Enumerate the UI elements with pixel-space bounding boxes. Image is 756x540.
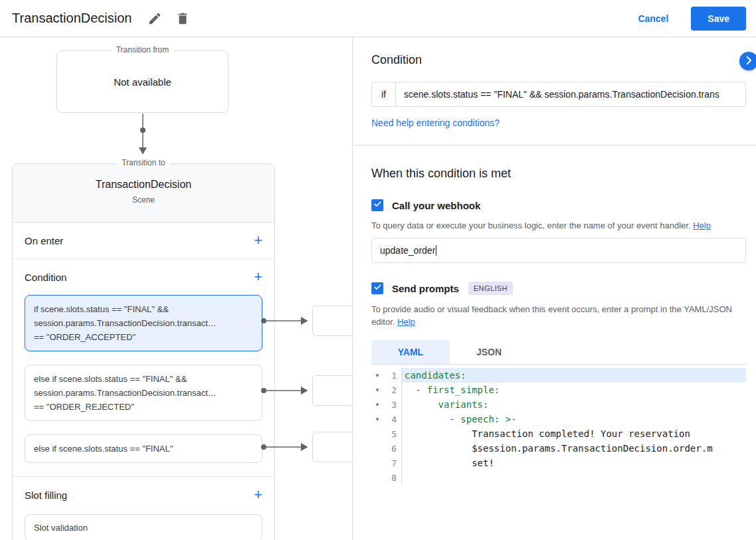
slot-validation-card[interactable]: Slot validation xyxy=(25,514,262,540)
webhook-help-link[interactable]: Help xyxy=(693,221,711,230)
line-number: 7 xyxy=(383,458,401,468)
add-slot-button[interactable]: + xyxy=(254,488,262,502)
code-line: Transaction completed! Your reservation xyxy=(402,426,746,441)
code-line: - speech: >- xyxy=(402,412,746,426)
editor-tabs: YAML JSON xyxy=(371,340,746,365)
collapse-line-icon[interactable]: ▾ xyxy=(371,401,383,408)
check-icon xyxy=(373,283,382,294)
when-condition-met-title: When this condition is met xyxy=(371,167,745,181)
code-line: candidates: xyxy=(402,368,746,383)
line-number: 3 xyxy=(383,400,401,410)
scene-name: TransactionDecision xyxy=(13,179,274,191)
condition-row: Condition + xyxy=(13,259,274,295)
condition-card[interactable]: else if scene.slots.status == "FINAL" xyxy=(25,434,262,463)
condition-expression-field[interactable]: if scene.slots.status == "FINAL" && sess… xyxy=(371,82,746,107)
collapse-panel-button[interactable] xyxy=(739,52,756,70)
line-number: 2 xyxy=(383,385,401,395)
on-enter-label: On enter xyxy=(25,235,63,246)
editor-gutter: ▾1 ▾2 ▾3 ▾4 5 6 7 8 xyxy=(371,368,402,485)
webhook-check-row: Call your webhook xyxy=(371,199,745,211)
scene-type: Scene xyxy=(13,195,274,205)
webhook-handler-input[interactable]: update_order xyxy=(371,238,746,263)
prompts-help-link[interactable]: Help xyxy=(397,317,415,327)
condition-editor-panel: Condition if scene.slots.status == "FINA… xyxy=(352,37,756,540)
collapse-line-icon[interactable]: ▾ xyxy=(371,372,383,379)
line-number: 8 xyxy=(383,473,401,483)
transition-target-node[interactable] xyxy=(312,375,352,406)
condition-text: session.params.TransactionDecision.trans… xyxy=(34,316,253,330)
transition-to-label: Transition to xyxy=(117,158,170,167)
transition-to-node: Transition to TransactionDecision Scene … xyxy=(12,163,275,540)
condition-text: if scene.slots.status == "FINAL" && xyxy=(34,302,253,316)
edit-scene-button[interactable] xyxy=(145,9,165,29)
page-title: TransactionDecision xyxy=(12,11,132,26)
condition-card[interactable]: if scene.slots.status == "FINAL" && sess… xyxy=(25,295,262,351)
prompts-description-text: To provide audio or visual feedback when… xyxy=(371,304,732,327)
condition-text: == "ORDER_REJECTED" xyxy=(34,400,253,414)
webhook-description: To query data or execute your business l… xyxy=(371,219,745,232)
line-number: 1 xyxy=(383,371,401,381)
collapse-line-icon[interactable]: ▾ xyxy=(371,387,383,393)
condition-expression-value[interactable]: scene.slots.status == "FINAL" && session… xyxy=(396,82,745,106)
editor-code-area[interactable]: candidates: - first_simple: variants: - … xyxy=(402,368,746,485)
webhook-label: Call your webhook xyxy=(392,200,480,211)
transition-from-content: Not available xyxy=(114,76,171,88)
send-prompts-label: Send prompts xyxy=(392,283,459,294)
if-prefix: if xyxy=(372,82,396,106)
line-number: 6 xyxy=(383,444,401,454)
scene-diagram: Transition from Not available Transition… xyxy=(0,37,352,540)
slot-filling-row: Slot filling + xyxy=(13,477,274,513)
condition-text: session.params.TransactionDecision.trans… xyxy=(34,386,253,400)
check-icon xyxy=(373,200,382,211)
code-line: set! xyxy=(402,456,746,470)
collapse-line-icon[interactable]: ▾ xyxy=(371,416,383,422)
line-number: 5 xyxy=(383,429,401,439)
condition-section-label: Condition xyxy=(25,272,66,283)
webhook-handler-value: update_order xyxy=(380,245,435,256)
code-line xyxy=(402,470,746,485)
transition-from-label: Transition from xyxy=(112,45,174,54)
conditions-help-link[interactable]: Need help entering conditions? xyxy=(371,118,500,128)
transition-target-node[interactable] xyxy=(312,306,352,336)
add-on-enter-button[interactable]: + xyxy=(254,233,262,248)
pencil-icon xyxy=(147,11,162,26)
language-badge: ENGLISH xyxy=(468,282,513,295)
webhook-description-text: To query data or execute your business l… xyxy=(371,221,691,230)
prompts-check-row: Send prompts ENGLISH xyxy=(371,282,745,295)
send-prompts-checkbox[interactable] xyxy=(371,282,383,294)
tab-yaml[interactable]: YAML xyxy=(371,340,450,364)
save-button[interactable]: Save xyxy=(691,7,746,31)
panel-divider xyxy=(353,145,756,145)
line-number: 4 xyxy=(383,414,401,424)
transition-target-node[interactable] xyxy=(312,432,352,462)
condition-text: == "ORDER_ACCEPTED" xyxy=(34,330,253,344)
cancel-button[interactable]: Cancel xyxy=(638,13,668,24)
text-caret xyxy=(436,245,436,256)
transition-from-node: Transition from Not available xyxy=(56,50,229,113)
code-line: variants: xyxy=(402,397,746,412)
panel-title: Condition xyxy=(371,53,745,67)
trash-icon xyxy=(175,11,190,26)
code-line: - first_simple: xyxy=(402,383,746,397)
app-header: TransactionDecision Cancel Save xyxy=(0,0,756,37)
prompts-description: To provide audio or visual feedback when… xyxy=(371,303,745,328)
code-line: $session.params.TransactionDecision.orde… xyxy=(402,441,746,456)
condition-text: else if scene.slots.status == "FINAL" && xyxy=(34,372,253,386)
webhook-checkbox[interactable] xyxy=(371,199,383,211)
scene-card-header[interactable]: TransactionDecision Scene xyxy=(13,164,274,223)
slot-filling-label: Slot filling xyxy=(25,490,67,501)
on-enter-row: On enter + xyxy=(13,223,274,258)
delete-scene-button[interactable] xyxy=(173,9,193,29)
condition-text: else if scene.slots.status == "FINAL" xyxy=(34,442,253,456)
yaml-code-editor[interactable]: ▾1 ▾2 ▾3 ▾4 5 6 7 8 candidates: - first_… xyxy=(371,365,746,485)
chevron-right-icon xyxy=(743,54,755,68)
add-condition-button[interactable]: + xyxy=(254,270,262,284)
condition-card[interactable]: else if scene.slots.status == "FINAL" &&… xyxy=(25,365,262,421)
tab-json[interactable]: JSON xyxy=(450,340,528,364)
